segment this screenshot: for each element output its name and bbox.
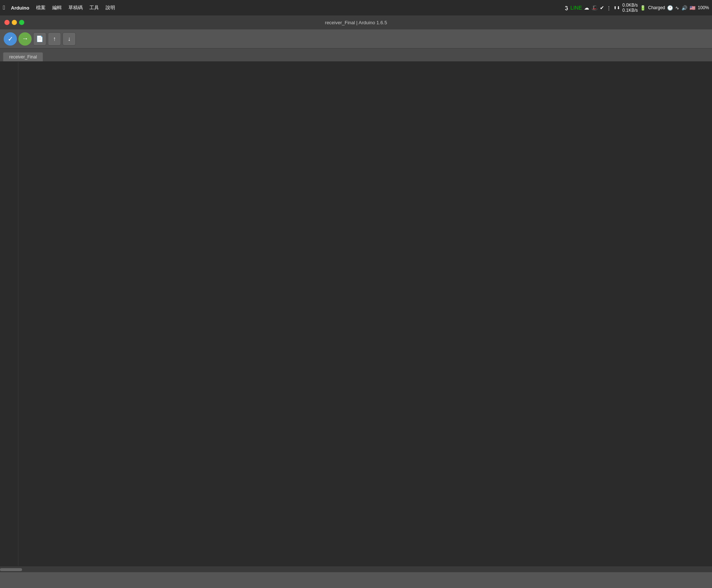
upload-button[interactable]: → — [18, 32, 32, 46]
menu-bar:  Arduino 檔案 編輯 草稿碼 工具 說明 𝕵 LINE ☁ 🎩 ✔ ⋮… — [0, 0, 712, 15]
menu-file[interactable]: 檔案 — [33, 4, 49, 12]
editor-scrollbar[interactable] — [0, 566, 712, 572]
code-editor[interactable] — [0, 62, 712, 566]
menubar-right: 𝕵 LINE ☁ 🎩 ✔ ⋮ ⬆⬇ 0.0KB/s0.1KB/s 🔋 Charg… — [565, 3, 709, 13]
network-icon: ⬆⬇ — [613, 6, 620, 10]
save-button[interactable]: ↓ — [63, 32, 76, 46]
close-button[interactable] — [4, 20, 10, 25]
menu-edit[interactable]: 編輯 — [49, 4, 65, 12]
flag-icon: 🇺🇸 — [690, 5, 695, 11]
app-icon-line: LINE — [570, 5, 582, 11]
toolbar: ✓ → 📄 ↑ ↓ — [0, 29, 712, 49]
verify-button[interactable]: ✓ — [4, 32, 17, 46]
menu-arduino[interactable]: Arduino — [8, 4, 32, 11]
battery-percent: 100% — [698, 5, 709, 10]
battery-status: Charged — [648, 5, 665, 10]
line-numbers — [0, 62, 18, 566]
tab-receiver-final[interactable]: receiver_Final — [3, 52, 43, 61]
app-icon-j: 𝕵 — [565, 5, 568, 11]
apple-menu[interactable]:  — [3, 4, 5, 11]
app-icon-hat: 🎩 — [591, 5, 598, 11]
minimize-button[interactable] — [12, 20, 17, 25]
bluetooth-icon: ⋮ — [606, 5, 611, 11]
window-titlebar: receiver_Final | Arduino 1.6.5 — [0, 15, 712, 29]
battery-icon: 🔋 — [640, 5, 646, 11]
tabs-bar: receiver_Final — [0, 49, 712, 62]
app-icon-check: ✔ — [600, 5, 604, 11]
status-bar — [0, 572, 712, 588]
network-speed: 0.0KB/s0.1KB/s — [622, 3, 638, 13]
volume-icon: 🔊 — [681, 5, 687, 11]
new-button[interactable]: 📄 — [33, 32, 46, 46]
maximize-button[interactable] — [19, 20, 24, 25]
scrollbar-thumb[interactable] — [0, 568, 22, 571]
app-icon-cloud: ☁ — [584, 5, 589, 11]
menu-tools[interactable]: 工具 — [86, 4, 102, 12]
traffic-lights — [4, 20, 24, 25]
code-content[interactable] — [18, 62, 712, 566]
wifi-icon: ∿ — [675, 5, 679, 11]
window-title: receiver_Final | Arduino 1.6.5 — [325, 20, 387, 25]
menu-help[interactable]: 說明 — [103, 4, 118, 12]
clock-icon: 🕐 — [667, 5, 673, 11]
menu-sketch[interactable]: 草稿碼 — [65, 4, 86, 12]
open-button[interactable]: ↑ — [48, 32, 61, 46]
